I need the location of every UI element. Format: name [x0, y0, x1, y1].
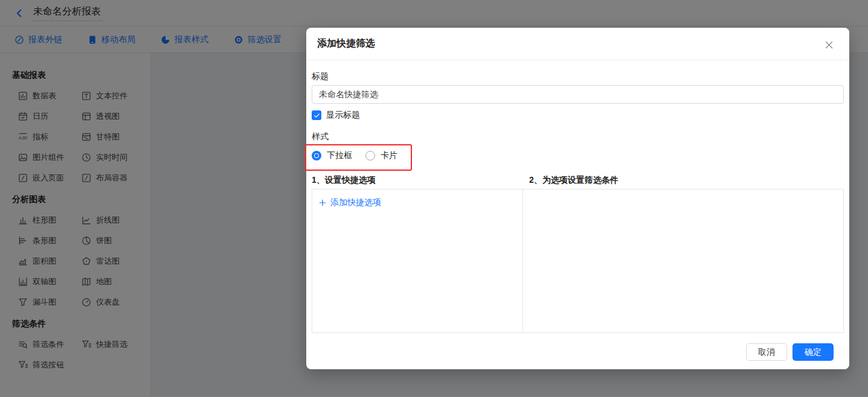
check-icon — [313, 112, 320, 119]
style-field-label: 样式 — [312, 130, 844, 142]
radio-option-label: 卡片 — [381, 150, 397, 161]
style-radio-option-0[interactable]: 下拉框 — [312, 150, 352, 161]
filter-conditions-panel — [523, 189, 843, 332]
quick-filter-title-input[interactable] — [312, 85, 844, 104]
style-radio-option-1[interactable]: 卡片 — [365, 150, 397, 161]
quick-option-panels: 添加快捷选项 — [312, 189, 844, 333]
modal-footer: 取消 确定 — [312, 333, 844, 361]
add-quick-filter-modal: 添加快捷筛选 标题 显示标题 样式 下拉框卡片 1、设置快捷选项 2、为选项设置… — [306, 28, 849, 369]
show-title-label: 显示标题 — [326, 110, 360, 121]
modal-body: 标题 显示标题 样式 下拉框卡片 1、设置快捷选项 2、为选项设置筛选条件 添加… — [306, 70, 849, 361]
panel-column-headers: 1、设置快捷选项 2、为选项设置筛选条件 — [312, 174, 844, 186]
plus-icon — [318, 198, 327, 207]
add-quick-option-label: 添加快捷选项 — [330, 197, 381, 208]
right-column-title: 2、为选项设置筛选条件 — [523, 174, 844, 186]
show-title-checkbox-row[interactable]: 显示标题 — [312, 110, 844, 121]
modal-header: 添加快捷筛选 — [306, 28, 849, 60]
title-field-label: 标题 — [312, 70, 844, 82]
radio-unselected-icon[interactable] — [365, 151, 375, 160]
checkbox-checked-icon[interactable] — [312, 110, 321, 120]
quick-options-panel: 添加快捷选项 — [312, 189, 523, 332]
radio-selected-icon[interactable] — [312, 151, 321, 160]
style-radio-group: 下拉框卡片 — [312, 150, 844, 162]
left-column-title: 1、设置快捷选项 — [312, 174, 523, 186]
cancel-button[interactable]: 取消 — [746, 343, 787, 361]
close-icon — [824, 40, 834, 50]
confirm-button[interactable]: 确定 — [792, 343, 834, 361]
add-quick-option-link[interactable]: 添加快捷选项 — [318, 197, 381, 208]
radio-option-label: 下拉框 — [327, 150, 352, 161]
close-button[interactable] — [823, 39, 834, 50]
modal-title: 添加快捷筛选 — [317, 37, 375, 50]
